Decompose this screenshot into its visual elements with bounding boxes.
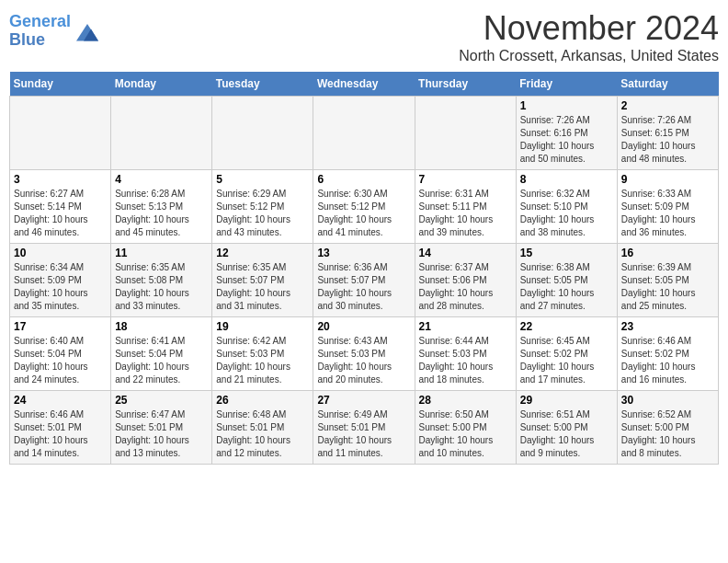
weekday-header: Sunday [10,72,111,97]
day-info: Sunrise: 6:30 AM Sunset: 5:12 PM Dayligh… [317,188,410,239]
day-number: 3 [14,173,107,186]
day-number: 22 [520,320,613,333]
day-number: 15 [520,247,613,259]
day-number: 14 [419,247,512,259]
calendar-cell: 21Sunrise: 6:44 AM Sunset: 5:03 PM Dayli… [415,317,516,391]
day-number: 9 [621,173,714,186]
calendar-cell: 24Sunrise: 6:46 AM Sunset: 5:01 PM Dayli… [10,391,111,465]
logo: General Blue [9,13,102,50]
calendar-cell: 29Sunrise: 6:51 AM Sunset: 5:00 PM Dayli… [516,391,617,465]
calendar-cell: 6Sunrise: 6:30 AM Sunset: 5:12 PM Daylig… [313,170,415,244]
weekday-header-row: SundayMondayTuesdayWednesdayThursdayFrid… [10,72,719,97]
day-number: 1 [520,99,613,112]
day-info: Sunrise: 6:33 AM Sunset: 5:09 PM Dayligh… [621,188,714,239]
weekday-header: Wednesday [313,72,415,97]
calendar-cell: 30Sunrise: 6:52 AM Sunset: 5:00 PM Dayli… [617,391,718,465]
calendar-cell: 11Sunrise: 6:35 AM Sunset: 5:08 PM Dayli… [111,244,212,317]
day-info: Sunrise: 6:28 AM Sunset: 5:13 PM Dayligh… [115,188,208,239]
day-info: Sunrise: 6:38 AM Sunset: 5:05 PM Dayligh… [520,261,613,313]
calendar-week-row: 24Sunrise: 6:46 AM Sunset: 5:01 PM Dayli… [10,391,719,465]
day-number: 25 [115,394,208,407]
page-header: General Blue November 2024 North Crosset… [9,9,719,64]
day-info: Sunrise: 6:42 AM Sunset: 5:03 PM Dayligh… [216,335,309,386]
day-info: Sunrise: 6:40 AM Sunset: 5:04 PM Dayligh… [14,335,107,386]
day-info: Sunrise: 6:48 AM Sunset: 5:01 PM Dayligh… [216,408,309,460]
logo-icon [73,18,102,44]
day-info: Sunrise: 6:37 AM Sunset: 5:06 PM Dayligh… [419,261,512,313]
calendar-cell: 13Sunrise: 6:36 AM Sunset: 5:07 PM Dayli… [313,244,415,317]
day-info: Sunrise: 6:52 AM Sunset: 5:00 PM Dayligh… [621,408,714,460]
day-info: Sunrise: 6:46 AM Sunset: 5:01 PM Dayligh… [14,408,107,460]
day-number: 29 [520,394,613,407]
calendar-cell [415,97,516,170]
calendar-cell: 8Sunrise: 6:32 AM Sunset: 5:10 PM Daylig… [516,170,617,244]
day-number: 4 [115,173,208,186]
calendar-cell: 20Sunrise: 6:43 AM Sunset: 5:03 PM Dayli… [313,317,415,391]
calendar-week-row: 17Sunrise: 6:40 AM Sunset: 5:04 PM Dayli… [10,317,719,391]
day-info: Sunrise: 6:39 AM Sunset: 5:05 PM Dayligh… [621,261,714,313]
day-number: 16 [621,247,714,259]
day-number: 12 [216,247,309,259]
calendar-week-row: 10Sunrise: 6:34 AM Sunset: 5:09 PM Dayli… [10,244,719,317]
calendar-cell: 9Sunrise: 6:33 AM Sunset: 5:09 PM Daylig… [617,170,718,244]
calendar-cell: 22Sunrise: 6:45 AM Sunset: 5:02 PM Dayli… [516,317,617,391]
calendar-cell: 10Sunrise: 6:34 AM Sunset: 5:09 PM Dayli… [10,244,111,317]
calendar-cell: 28Sunrise: 6:50 AM Sunset: 5:00 PM Dayli… [415,391,516,465]
calendar-cell: 4Sunrise: 6:28 AM Sunset: 5:13 PM Daylig… [111,170,212,244]
day-info: Sunrise: 6:50 AM Sunset: 5:00 PM Dayligh… [419,408,512,460]
calendar-cell: 14Sunrise: 6:37 AM Sunset: 5:06 PM Dayli… [415,244,516,317]
calendar-cell: 16Sunrise: 6:39 AM Sunset: 5:05 PM Dayli… [617,244,718,317]
day-number: 8 [520,173,613,186]
calendar-cell: 1Sunrise: 7:26 AM Sunset: 6:16 PM Daylig… [516,97,617,170]
day-number: 7 [419,173,512,186]
day-number: 27 [317,394,410,407]
day-number: 10 [14,247,107,259]
calendar-cell: 15Sunrise: 6:38 AM Sunset: 5:05 PM Dayli… [516,244,617,317]
day-number: 26 [216,394,309,407]
month-title: November 2024 [459,9,719,48]
day-info: Sunrise: 6:36 AM Sunset: 5:07 PM Dayligh… [317,261,410,313]
calendar-cell: 23Sunrise: 6:46 AM Sunset: 5:02 PM Dayli… [617,317,718,391]
calendar-cell [212,97,313,170]
day-info: Sunrise: 6:29 AM Sunset: 5:12 PM Dayligh… [216,188,309,239]
day-info: Sunrise: 6:31 AM Sunset: 5:11 PM Dayligh… [419,188,512,239]
calendar-cell: 17Sunrise: 6:40 AM Sunset: 5:04 PM Dayli… [10,317,111,391]
day-info: Sunrise: 6:43 AM Sunset: 5:03 PM Dayligh… [317,335,410,386]
day-info: Sunrise: 6:51 AM Sunset: 5:00 PM Dayligh… [520,408,613,460]
calendar-cell: 12Sunrise: 6:35 AM Sunset: 5:07 PM Dayli… [212,244,313,317]
day-number: 5 [216,173,309,186]
day-info: Sunrise: 7:26 AM Sunset: 6:15 PM Dayligh… [621,114,714,166]
calendar-cell: 7Sunrise: 6:31 AM Sunset: 5:11 PM Daylig… [415,170,516,244]
day-number: 11 [115,247,208,259]
day-info: Sunrise: 6:45 AM Sunset: 5:02 PM Dayligh… [520,335,613,386]
logo-text: General [9,13,71,31]
logo-general: General [9,12,71,30]
day-number: 24 [14,394,107,407]
day-number: 20 [317,320,410,333]
day-number: 30 [621,394,714,407]
day-info: Sunrise: 6:47 AM Sunset: 5:01 PM Dayligh… [115,408,208,460]
calendar-cell [313,97,415,170]
day-info: Sunrise: 6:44 AM Sunset: 5:03 PM Dayligh… [419,335,512,386]
day-number: 21 [419,320,512,333]
calendar-cell: 2Sunrise: 7:26 AM Sunset: 6:15 PM Daylig… [617,97,718,170]
day-info: Sunrise: 6:27 AM Sunset: 5:14 PM Dayligh… [14,188,107,239]
day-number: 19 [216,320,309,333]
day-number: 17 [14,320,107,333]
day-info: Sunrise: 7:26 AM Sunset: 6:16 PM Dayligh… [520,114,613,166]
day-info: Sunrise: 6:46 AM Sunset: 5:02 PM Dayligh… [621,335,714,386]
calendar-cell: 5Sunrise: 6:29 AM Sunset: 5:12 PM Daylig… [212,170,313,244]
calendar-cell: 25Sunrise: 6:47 AM Sunset: 5:01 PM Dayli… [111,391,212,465]
calendar-week-row: 3Sunrise: 6:27 AM Sunset: 5:14 PM Daylig… [10,170,719,244]
day-number: 6 [317,173,410,186]
day-number: 23 [621,320,714,333]
day-number: 2 [621,99,714,112]
logo-blue-text: Blue [9,30,45,49]
calendar-table: SundayMondayTuesdayWednesdayThursdayFrid… [9,72,719,465]
day-info: Sunrise: 6:49 AM Sunset: 5:01 PM Dayligh… [317,408,410,460]
day-number: 13 [317,247,410,259]
day-number: 18 [115,320,208,333]
calendar-cell: 26Sunrise: 6:48 AM Sunset: 5:01 PM Dayli… [212,391,313,465]
calendar-cell: 18Sunrise: 6:41 AM Sunset: 5:04 PM Dayli… [111,317,212,391]
calendar-cell: 3Sunrise: 6:27 AM Sunset: 5:14 PM Daylig… [10,170,111,244]
